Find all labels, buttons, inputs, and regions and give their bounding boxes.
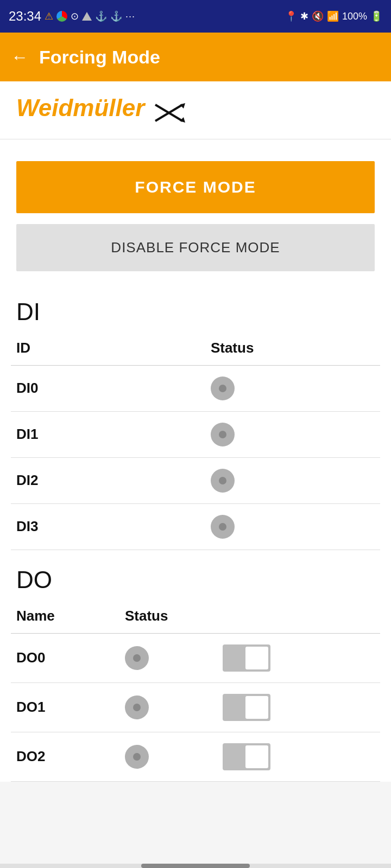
toggle-thumb [245,696,268,719]
status-indicator [211,515,235,539]
di-id-cell: DI1 [11,411,205,457]
do-col-status: Status [119,599,217,634]
logo-section: Weidmüller [0,81,391,139]
do-name-cell: DO2 [11,732,119,781]
do-col-toggle [217,599,380,634]
di-id-cell: DI3 [11,503,205,550]
do-section-header: DO [11,556,380,599]
app-bar: ← Forcing Mode [0,33,391,81]
bluetooth-icon: ✱ [300,10,308,22]
do-col-name: Name [11,599,119,634]
status-bar-right: 📍 ✱ 🔇 📶 100% 🔋 [285,10,382,22]
status-indicator [211,423,235,446]
battery-level: 100% [342,11,367,22]
disable-force-mode-button[interactable]: DISABLE FORCE MODE [16,224,375,271]
location-icon: 📍 [285,10,297,22]
table-row: DI0 [11,365,380,411]
table-row: DI3 [11,503,380,550]
triangle-icon [82,12,92,21]
do-table-header-row: Name Status [11,599,380,634]
status-time: 23:34 [9,9,41,24]
toggle-thumb [245,745,268,768]
di-section-header: DI [11,288,380,331]
di-status-cell [205,365,380,411]
toggle-thumb [245,647,268,669]
wifi-icon: 📶 [327,10,339,22]
di-id-cell: DI2 [11,457,205,503]
brand-icon [153,102,185,126]
force-mode-button[interactable]: FORCE MODE [16,161,375,213]
di-table: ID Status DI0 DI1 DI2 DI3 [11,331,380,550]
status-indicator [125,646,149,670]
main-content: FORCE MODE DISABLE FORCE MODE DI ID Stat… [0,139,391,782]
toggle-switch[interactable] [223,743,270,770]
colorball-icon [56,11,67,22]
do-toggle-cell [217,633,380,682]
status-bar-left: 23:34 ⚠ ⊙ ⚓ ⚓ ··· [9,9,135,24]
table-row: DI2 [11,457,380,503]
di-status-cell [205,457,380,503]
do-section: DO Name Status DO0 DO1 [11,556,380,782]
table-row: DO0 [11,633,380,682]
di-status-cell [205,411,380,457]
status-bar: 23:34 ⚠ ⊙ ⚓ ⚓ ··· 📍 ✱ 🔇 📶 100% 🔋 [0,0,391,33]
status-indicator [211,469,235,493]
do-status-cell [119,633,217,682]
anchor-green-icon: ⚓ [95,10,107,22]
do-name-cell: DO1 [11,682,119,732]
status-indicator [125,745,149,769]
di-status-cell [205,503,380,550]
do-name-cell: DO0 [11,633,119,682]
do-status-cell [119,732,217,781]
mute-icon: 🔇 [312,10,324,22]
warning-icon: ⚠ [45,10,53,22]
back-button[interactable]: ← [11,47,28,67]
toggle-switch[interactable] [223,694,270,721]
di-col-id: ID [11,331,205,366]
do-toggle-cell [217,732,380,781]
scroll-bar [0,864,391,868]
do-status-cell [119,682,217,732]
battery-icon: 🔋 [370,10,382,22]
table-row: DI1 [11,411,380,457]
do-table: Name Status DO0 DO1 [11,599,380,782]
table-row: DO1 [11,682,380,732]
status-indicator [125,695,149,719]
scroll-thumb [141,864,250,868]
di-section: DI ID Status DI0 DI1 DI2 [11,288,380,550]
table-row: DO2 [11,732,380,781]
di-col-status: Status [205,331,380,366]
di-id-cell: DI0 [11,365,205,411]
toggle-switch[interactable] [223,644,270,672]
status-indicator [211,376,235,400]
do-toggle-cell [217,682,380,732]
dots-icon: ··· [125,11,135,22]
circle-arrow-icon: ⊙ [71,10,79,22]
anchor-teal-icon: ⚓ [110,10,122,22]
app-bar-title: Forcing Mode [39,47,160,68]
di-table-header-row: ID Status [11,331,380,366]
brand-logo: Weidmüller [16,94,144,121]
